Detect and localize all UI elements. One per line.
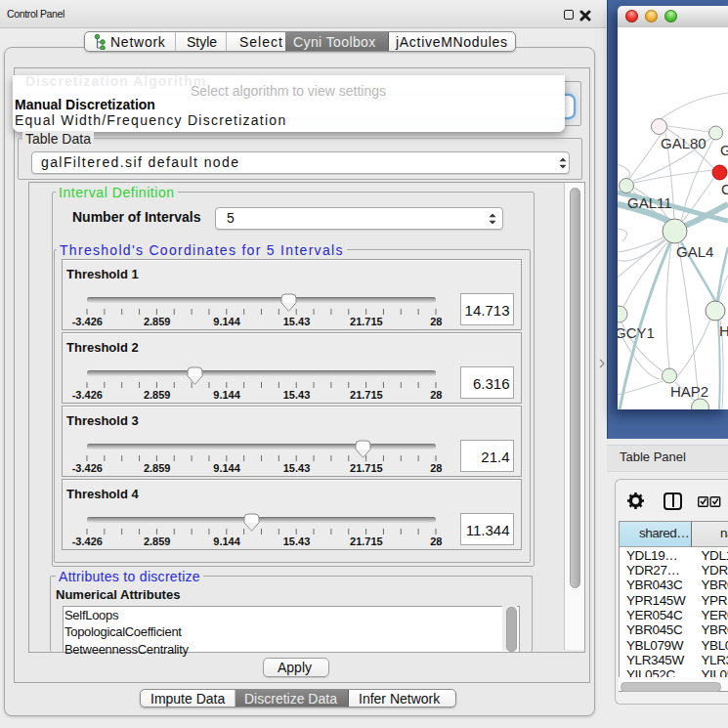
svg-text:C: C xyxy=(721,181,728,197)
svg-text:H: H xyxy=(719,322,728,339)
svg-text:GA: GA xyxy=(720,142,728,158)
svg-text:GAL80: GAL80 xyxy=(661,135,707,151)
svg-text:GAL4: GAL4 xyxy=(676,243,713,260)
svg-text:GAL11: GAL11 xyxy=(627,194,672,211)
svg-text:HAP2: HAP2 xyxy=(670,383,708,400)
svg-text:GCY1: GCY1 xyxy=(618,324,655,341)
